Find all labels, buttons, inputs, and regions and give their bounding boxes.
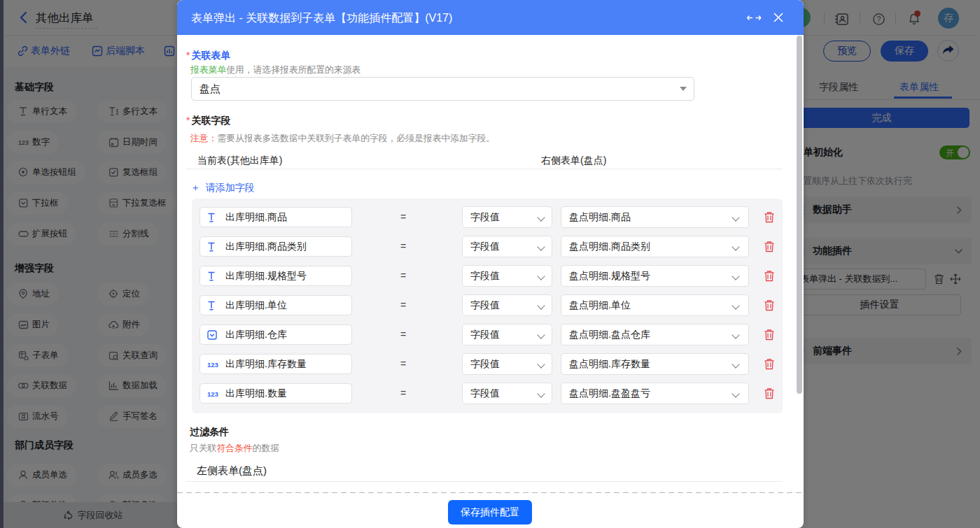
svg-text:123: 123 bbox=[207, 390, 218, 398]
svg-text:123: 123 bbox=[207, 361, 218, 369]
